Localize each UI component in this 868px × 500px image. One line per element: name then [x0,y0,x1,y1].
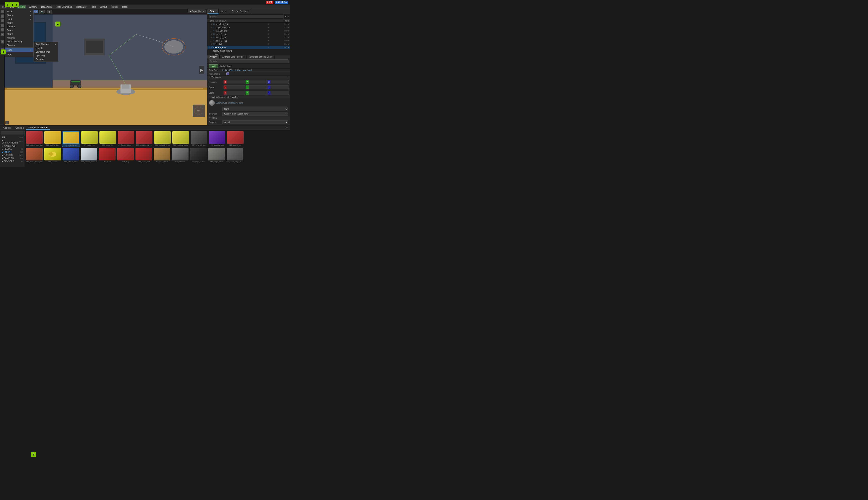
options-icon[interactable]: ≡ [288,15,289,18]
orient-y-field[interactable]: Y [246,85,267,89]
tree-search-input[interactable] [208,15,284,19]
transform-section[interactable]: ▼ Transform ↺ [207,76,290,79]
menu-item-light[interactable]: Light▶ [5,17,33,21]
menu-item-material[interactable]: Material [5,36,33,39]
menu-isaac-utils[interactable]: Isaac Utils [41,5,53,9]
scale-z-field[interactable]: Z [267,91,289,95]
asset-005[interactable]: 005_tomato_soup_can [117,131,135,147]
instanciable-checkbox[interactable] [226,72,229,75]
translate-z-input[interactable] [270,81,289,83]
menu-profiler[interactable]: Profiler [110,5,119,9]
cat-people[interactable]: ▶ PEOPLE69 [0,147,25,150]
material-prim-path[interactable]: /Lab/ur10/ee_link/shadow_hand [216,102,289,104]
tab-console[interactable]: Console [13,126,26,129]
tree-row[interactable]: ▷ ⧖ wrist_1_link 👁 Xform [207,33,290,36]
prop-tab-property[interactable]: Property [207,55,219,59]
scale-x-field[interactable]: X [224,91,245,95]
sidebar-snap-icon[interactable]: ⊟ [1,33,4,36]
prop-tab-semantics[interactable]: Semantics Schema Editor [247,55,275,59]
menu-help[interactable]: Help [121,5,128,9]
translate-x-field[interactable]: X [224,80,245,84]
visual-section[interactable]: ▼ Visual [207,116,290,120]
viewport[interactable]: ⊞ ▷ ⏹ ⏭ Persp 📷 ◈ ✦ Stage Lights 4 ⊹ ⊕ ↻… [4,9,207,125]
asset-009[interactable]: 009_gelatin_box [227,131,244,147]
orient-x-field[interactable]: X [224,85,245,89]
cat-sensors[interactable]: ▶ SENSORS46 [0,160,25,163]
asset-005b[interactable]: 005_tomato_soup_can [135,131,153,147]
menu-item-audio[interactable]: Audio [5,21,33,25]
asset-006b[interactable]: 006_mustard_bottle [172,131,189,147]
scale-y-input[interactable] [249,91,267,94]
asset-040[interactable]: 040_large_marker [190,148,207,163]
sidebar-select-icon[interactable]: ⊹ [1,10,4,13]
translate-x-input[interactable] [227,81,245,83]
asset-008[interactable]: 008_pudding_box [208,131,226,147]
menu-item-shape[interactable]: Shape▶ [5,13,33,17]
assets-grid[interactable]: 002_master_chef_can 003_cracker_box 003_… [25,130,290,167]
asset-search-input[interactable] [1,132,25,135]
asset-025[interactable]: 025_mug [117,148,134,163]
asset-011[interactable]: 011_banana [44,148,61,163]
scene-nav-arrow[interactable]: ▶ [199,66,204,74]
orient-y-input[interactable] [249,86,267,89]
asset-052[interactable]: 052_extra_large_clamo [226,148,244,163]
asset-004b[interactable]: 004_sugar_box [99,131,116,147]
prop-tab-synthetic[interactable]: Synthetic Data Recorder [219,55,247,59]
tab-layer[interactable]: Layer [218,9,229,14]
menu-item-mesh[interactable]: Mesh▶ [5,10,33,13]
tab-stage[interactable]: Stage [207,9,218,14]
sidebar-move-icon[interactable]: ✛ [1,14,4,18]
cat-samples[interactable]: ▶ SAMPLES124 [0,157,25,160]
menu-item-camera[interactable]: Camera [5,25,33,29]
translate-y-input[interactable] [249,81,267,83]
asset-004[interactable]: 004_sugar_box [81,131,98,147]
visibility-select[interactable]: inherited [222,125,289,125]
menu-isaac-examples[interactable]: Isaac Examples [55,5,73,9]
strength-select[interactable]: Weaker than Descendants [222,112,289,116]
transform-reset-icon[interactable]: ↺ [287,76,289,78]
orient-x-input[interactable] [227,86,245,89]
cat-all[interactable]: ALL6181 [0,136,25,139]
tree-row[interactable]: ▷ ⧖ wrist_2_link 👁 Xform [207,36,290,39]
cat-props[interactable]: ▶ PROPS212 [0,150,25,154]
asset-007[interactable]: 007_tuna_fish_can [190,131,207,147]
translate-z-field[interactable]: Z [267,80,289,84]
menu-item-scope[interactable]: Scope [5,29,33,32]
purpose-select[interactable]: default [222,120,289,124]
tab-render-settings[interactable]: Render Settings [229,9,251,14]
prim-path-value[interactable]: /Lab/ur10/ee_link/shadow_hand [222,69,252,71]
asset-010[interactable]: 010_potted_meat_can [26,148,43,163]
menu-layout[interactable]: Layout [99,5,108,9]
asset-021[interactable]: 021_bleach_cleanser [80,148,98,163]
asset-003b[interactable]: 003_cracker_box [62,131,80,147]
tree-row[interactable]: ▷ ⧖ upper_arm_link 👁 Xform [207,26,290,29]
submenu-april-tag[interactable]: April Tag [34,54,58,57]
tab-isaac-assets[interactable]: Isaac Assets (Beta) [26,126,50,130]
orient-z-input[interactable] [270,86,289,89]
tree-row[interactable]: ▷ ⧖ forearm_link 👁 Xform [207,29,290,33]
filter-icon[interactable]: ▼ [285,15,287,18]
tree-row[interactable]: ▼ joints [207,53,290,55]
submenu-sensors[interactable]: Sensors [34,57,58,61]
nav-cube[interactable]: TOP [193,104,205,117]
tree-row[interactable]: robot0_hand_mount [207,49,290,53]
orient-z-field[interactable]: Z [267,85,289,89]
tree-row[interactable]: ▷ ⧖ shoulder_link 👁 Xform [207,23,290,26]
add-button[interactable]: +Add [208,65,218,68]
asset-051[interactable]: 051_large_clamo [208,148,225,163]
tree-eye-icon[interactable]: 👁 [268,23,271,25]
sidebar-camera-icon[interactable]: ⊞ [1,28,4,32]
cat-materials[interactable]: ▶ MATERIALS [0,144,25,147]
menu-item-visual-scripting[interactable]: Visual Scripting [5,39,33,43]
menu-item-physics[interactable]: Physics [5,43,33,47]
scale-z-input[interactable] [270,91,289,94]
menu-item-isaac[interactable]: Isaac▶ [5,48,33,52]
menu-item-aov[interactable]: AOV [5,53,33,57]
menu-window[interactable]: Window [28,5,38,9]
cat-environments[interactable]: ▶ ENVIRONMENTS9912 [0,139,25,144]
prop-search-input[interactable] [208,59,289,63]
tree-row-shadow-hand[interactable]: ▼ ⧖ shadow_hand 👁 Xform [207,46,290,49]
scale-x-input[interactable] [227,91,245,94]
scale-y-field[interactable]: Y [246,91,267,95]
tab-content[interactable]: Content [1,126,13,129]
